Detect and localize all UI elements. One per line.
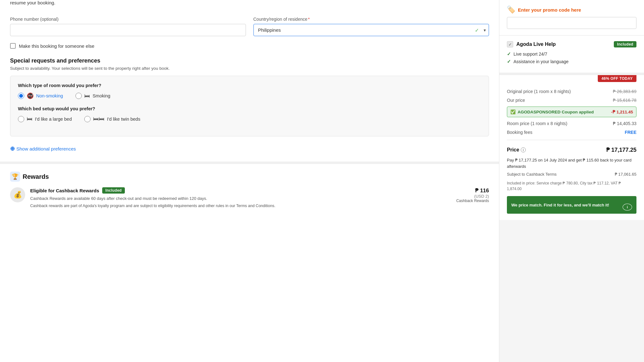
bed-type-options: 🛏 I'd like a large bed 🛏🛏 I'd like twin … — [18, 116, 481, 122]
make-booking-label: Make this booking for someone else — [19, 43, 94, 49]
off-badge: 46% OFF TODAY — [598, 75, 636, 82]
our-price-value: ₱ 15,616.78 — [613, 98, 636, 103]
room-price-row: Room price (1 room x 8 nights) ₱ 14,405.… — [507, 119, 636, 128]
live-help-checkbox: ✓ — [507, 41, 513, 47]
cashback-title: Eligible for Cashback Rewards — [30, 188, 99, 193]
country-label: Country/region of residence* — [253, 17, 489, 22]
sidebar: 🏷️ Enter your promo code here ✓ Agoda Li… — [499, 0, 644, 362]
resume-text: resume your booking. — [0, 0, 499, 11]
promo-icon: 🏷️ — [507, 6, 515, 14]
subject-row: Subject to Cashback Terms ₱ 17,061.65 — [507, 171, 636, 178]
coupon-check-icon: ✅ — [510, 109, 516, 114]
twin-beds-label: I'd like twin beds — [107, 117, 140, 122]
live-help-box: ✓ Agoda Live Help Included ✓ Live suppor… — [499, 36, 644, 75]
plus-icon: ⊕ — [10, 145, 15, 152]
cashback-amount-usd: (USD 2) — [454, 194, 489, 199]
price-info-icon[interactable]: i — [521, 147, 526, 152]
smoking-icon: 🛏 — [84, 93, 90, 99]
twin-beds-icon: 🛏🛏 — [93, 116, 104, 122]
cashback-row: 💰 Eligible for Cashback Rewards Included… — [10, 187, 489, 209]
price-total-row: Price i ₱ 17,177.25 — [507, 143, 636, 155]
subject-value: ₱ 17,061.65 — [615, 172, 636, 177]
our-price-row: Our price ₱ 15,616.78 — [507, 96, 636, 105]
non-smoking-label: Non-smoking — [36, 93, 63, 98]
price-match-info-icon[interactable]: i — [623, 204, 632, 211]
promo-box: 🏷️ Enter your promo code here — [499, 0, 644, 36]
cashback-icon: 💰 — [10, 187, 25, 202]
contact-form-row: Phone number (optional) Country/region o… — [0, 11, 499, 42]
rewards-title: 🏆 Rewards — [10, 172, 489, 182]
coupon-amount: -₱ 1,211.45 — [611, 109, 633, 114]
twin-beds-option[interactable]: 🛏🛏 I'd like twin beds — [84, 116, 140, 122]
price-total-value: ₱ 17,177.25 — [606, 146, 636, 153]
original-price-value: ₱ 26,383.69 — [613, 89, 636, 94]
cashback-included-badge: Included — [102, 187, 125, 194]
non-smoking-radio[interactable] — [18, 93, 24, 99]
cashback-amount-value: ₱ 116 — [454, 187, 489, 194]
price-match-bar: We price match. Find it for less, and we… — [507, 196, 636, 214]
large-bed-radio[interactable] — [18, 116, 24, 122]
room-price-value: ₱ 14,405.33 — [613, 121, 636, 126]
phone-label: Phone number (optional) — [10, 17, 246, 22]
country-select-wrapper: Philippines ✓ ▾ — [253, 24, 489, 36]
non-smoking-icon: 🚭 — [27, 92, 34, 99]
cashback-amount: ₱ 116 (USD 2) Cashback Rewards — [454, 187, 489, 203]
coupon-row: ✅ AGODASPONSORED Coupon applied -₱ 1,211… — [507, 107, 636, 117]
price-divider — [507, 140, 636, 140]
non-smoking-option[interactable]: 🚭 Non-smoking — [18, 92, 63, 99]
live-help-feature-2: ✓ Assistance in your language — [507, 59, 636, 64]
live-help-feature-1: ✓ Live support 24/7 — [507, 51, 636, 57]
live-help-title-row: ✓ Agoda Live Help — [507, 41, 556, 47]
make-booking-row: Make this booking for someone else — [0, 42, 499, 54]
room-price-label: Room price (1 room x 8 nights) — [507, 121, 567, 126]
live-help-header: ✓ Agoda Live Help Included — [507, 41, 636, 47]
check-icon-1: ✓ — [507, 51, 511, 57]
original-price-row: Original price (1 room x 8 nights) ₱ 26,… — [507, 87, 636, 96]
price-total-label: Price i — [507, 147, 526, 153]
original-price-label: Original price (1 room x 8 nights) — [507, 89, 571, 94]
country-select[interactable]: Philippines — [253, 24, 489, 36]
phone-input[interactable] — [10, 24, 246, 36]
check-icon: ✓ — [475, 27, 479, 33]
cashback-header: Eligible for Cashback Rewards Included — [30, 187, 449, 194]
preferences-box: Which type of room would you prefer? 🚭 N… — [10, 76, 489, 136]
rewards-section: 🏆 Rewards 💰 Eligible for Cashback Reward… — [0, 162, 499, 216]
live-help-title: Agoda Live Help — [516, 41, 556, 47]
cashback-terms: Cashback rewards are part of Agoda's loy… — [30, 203, 449, 209]
room-type-question: Which type of room would you prefer? — [18, 83, 481, 88]
special-requests-subtitle: Subject to availability. Your selections… — [0, 66, 499, 76]
pricing-box: 46% OFF TODAY Original price (1 room x 8… — [499, 75, 644, 220]
our-price-label: Our price — [507, 98, 525, 103]
smoking-radio[interactable] — [75, 93, 82, 99]
twin-beds-radio[interactable] — [84, 116, 91, 122]
show-additional-preferences-link[interactable]: ⊕ Show additional preferences — [10, 145, 76, 152]
smoking-option[interactable]: 🛏 Smoking — [75, 92, 110, 99]
cashback-info: Eligible for Cashback Rewards Included C… — [30, 187, 449, 209]
large-bed-icon: 🛏 — [27, 116, 32, 122]
show-more-link-container: ⊕ Show additional preferences — [0, 142, 499, 162]
included-price-note: Included in price: Service charge ₱ 780.… — [507, 180, 636, 192]
promo-link[interactable]: 🏷️ Enter your promo code here — [507, 6, 636, 14]
cashback-desc1: Cashback Rewards are available 60 days a… — [30, 195, 449, 202]
subject-label: Subject to Cashback Terms — [507, 172, 557, 177]
smoking-label: Smoking — [92, 93, 110, 98]
bed-type-question: Which bed setup would you prefer? — [18, 106, 481, 111]
country-group: Country/region of residence* Philippines… — [253, 17, 489, 36]
large-bed-label: I'd like a large bed — [35, 117, 72, 122]
check-icon-2: ✓ — [507, 59, 511, 64]
room-type-options: 🚭 Non-smoking 🛏 Smoking — [18, 92, 481, 99]
booking-fees-value: FREE — [625, 130, 636, 135]
rewards-icon: 🏆 — [10, 172, 20, 182]
phone-group: Phone number (optional) — [10, 17, 246, 36]
make-booking-checkbox[interactable] — [10, 43, 16, 49]
coupon-label: ✅ AGODASPONSORED Coupon applied — [510, 109, 594, 114]
promo-input[interactable] — [507, 17, 636, 29]
special-requests-title: Special requests and preferences — [0, 54, 499, 66]
booking-fees-label: Booking fees — [507, 130, 532, 135]
pay-info: Pay ₱ 17,177.25 on 14 July 2024 and get … — [507, 157, 636, 169]
booking-fees-row: Booking fees FREE — [507, 128, 636, 137]
live-help-included-badge: Included — [614, 41, 636, 47]
cashback-amount-label: Cashback Rewards — [454, 199, 489, 203]
large-bed-option[interactable]: 🛏 I'd like a large bed — [18, 116, 72, 122]
